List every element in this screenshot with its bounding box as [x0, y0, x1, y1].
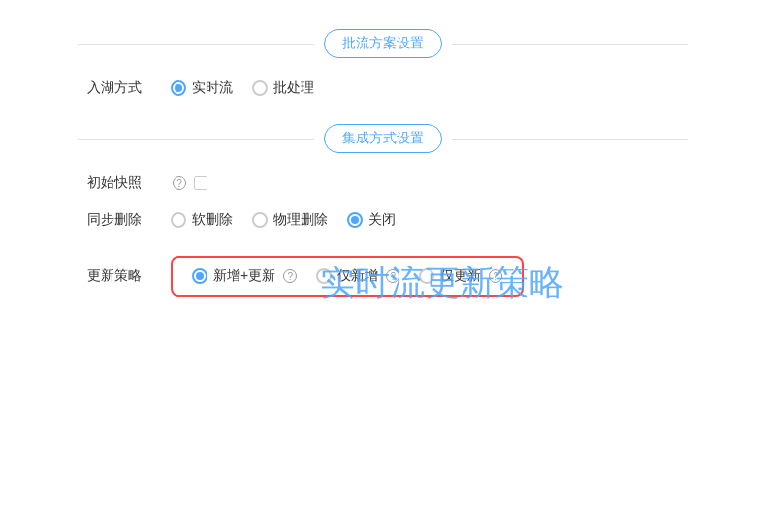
checkbox-box — [194, 176, 207, 190]
integration-line-right — [452, 139, 688, 140]
strategy-update-only-label: 仅更新 — [440, 267, 481, 285]
ingest-mode-radio-group: 实时流 批处理 — [171, 79, 314, 97]
page-wrapper: 批流方案设置 入湖方式 实时流 批处理 集成方式设置 — [0, 0, 766, 532]
sync-delete-row: 同步删除 软删除 物理删除 关闭 — [78, 211, 688, 229]
ingest-mode-batch[interactable]: 批处理 — [252, 79, 314, 97]
radio-circle-realtime — [171, 80, 186, 96]
sync-delete-off[interactable]: 关闭 — [347, 211, 396, 229]
initial-snapshot-label: 初始快照 — [87, 174, 155, 192]
update-strategy-row: 更新策略 新增+更新 ? 仅新增 ? 仅更新 — [78, 256, 688, 297]
strategy-add-update-label: 新增+更新 — [213, 267, 275, 285]
strategy-add-only[interactable]: 仅新增 ? — [316, 267, 399, 285]
initial-snapshot-row: 初始快照 ? — [78, 174, 688, 192]
page-container: 批流方案设置 入湖方式 实时流 批处理 集成方式设置 — [0, 0, 766, 532]
batch-settings-label: 批流方案设置 — [324, 29, 442, 58]
strategy-update-only[interactable]: 仅更新 ? — [419, 267, 502, 285]
radio-circle-physical — [252, 212, 268, 228]
sync-delete-radio-group: 软删除 物理删除 关闭 — [171, 211, 396, 229]
radio-circle-add-only — [316, 268, 332, 284]
sync-delete-soft-label: 软删除 — [192, 211, 233, 229]
strategy-add-only-help-icon[interactable]: ? — [386, 269, 399, 283]
radio-circle-off — [347, 212, 363, 228]
integration-settings-header: 集成方式设置 — [78, 124, 688, 153]
strategy-add-update-help-icon[interactable]: ? — [283, 269, 297, 283]
update-strategy-radio-group: 新增+更新 ? 仅新增 ? 仅更新 ? — [192, 267, 502, 285]
strategy-update-only-help-icon[interactable]: ? — [489, 269, 502, 283]
sync-delete-soft[interactable]: 软删除 — [171, 211, 233, 229]
update-strategy-box: 新增+更新 ? 仅新增 ? 仅更新 ? — [171, 256, 524, 297]
sync-delete-off-label: 关闭 — [368, 211, 396, 229]
strategy-add-only-label: 仅新增 — [337, 267, 378, 285]
header-line-right — [452, 44, 688, 45]
initial-snapshot-checkbox[interactable] — [194, 176, 207, 190]
ingest-mode-batch-label: 批处理 — [273, 79, 314, 97]
integration-line-left — [78, 139, 314, 140]
sync-delete-physical[interactable]: 物理删除 — [252, 211, 328, 229]
batch-settings-header: 批流方案设置 — [78, 29, 688, 58]
integration-settings-label: 集成方式设置 — [324, 124, 442, 153]
ingest-mode-realtime-label: 实时流 — [192, 79, 233, 97]
sync-delete-label: 同步删除 — [87, 211, 155, 229]
radio-circle-batch — [252, 80, 268, 96]
ingest-mode-label: 入湖方式 — [87, 79, 155, 97]
strategy-add-update[interactable]: 新增+更新 ? — [192, 267, 297, 285]
header-line-left — [78, 44, 314, 45]
radio-circle-update-only — [419, 268, 434, 284]
initial-snapshot-help-icon[interactable]: ? — [173, 176, 186, 190]
radio-circle-add-update — [192, 268, 207, 284]
sync-delete-physical-label: 物理删除 — [273, 211, 328, 229]
update-strategy-label: 更新策略 — [87, 267, 155, 285]
radio-circle-soft — [171, 212, 186, 228]
ingest-mode-realtime[interactable]: 实时流 — [171, 79, 233, 97]
ingest-mode-row: 入湖方式 实时流 批处理 — [78, 79, 688, 97]
